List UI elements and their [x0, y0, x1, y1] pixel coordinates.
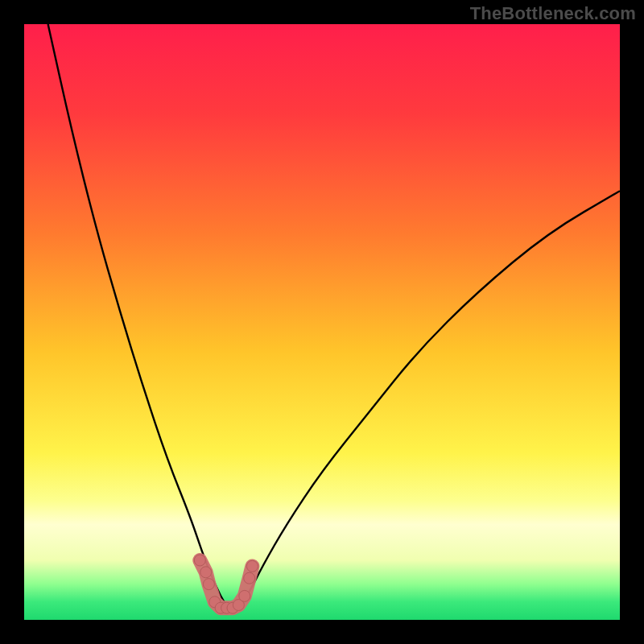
- optimum-marker: [246, 560, 258, 572]
- plot-area: [24, 24, 620, 620]
- optimum-marker: [200, 567, 212, 578]
- optimum-marker: [203, 579, 214, 590]
- chart-frame: TheBottleneck.com: [0, 0, 644, 644]
- gradient-background: [24, 24, 620, 620]
- optimum-marker: [244, 572, 255, 584]
- watermark-text: TheBottleneck.com: [470, 3, 636, 24]
- optimum-marker: [239, 590, 250, 601]
- chart-svg: [24, 24, 620, 620]
- optimum-marker: [194, 555, 205, 566]
